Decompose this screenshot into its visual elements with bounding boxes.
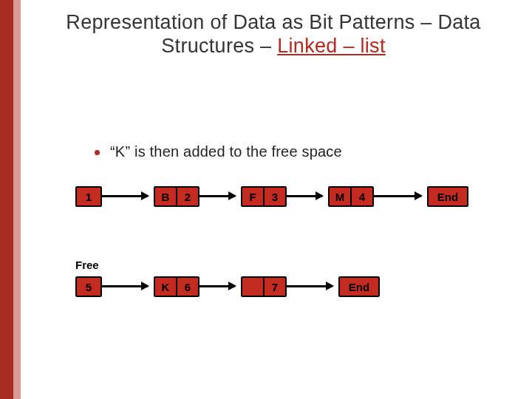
title-part1: Representation of Data as Bit Patterns	[66, 11, 415, 33]
node-data: M	[330, 188, 350, 205]
arrow-icon	[287, 285, 332, 287]
arrow-icon	[200, 285, 235, 287]
list-end-cell: End	[427, 186, 468, 207]
list-end-cell: End	[338, 276, 380, 297]
node-data: B	[155, 188, 176, 205]
slide-title: Representation of Data as Bit Patterns –…	[30, 10, 517, 58]
arrow-icon	[102, 195, 148, 197]
node-next: 6	[177, 278, 198, 296]
list-node: F 3	[241, 186, 287, 207]
bullet-item: “K” is then added to the free space	[95, 143, 342, 160]
list-head-value: 1	[77, 191, 100, 203]
list-head-cell: 1	[75, 186, 102, 207]
bullet-text: “K” is then added to the free space	[110, 143, 342, 160]
free-list-label: Free	[75, 259, 99, 271]
arrow-icon	[374, 195, 421, 197]
node-data: K	[155, 278, 176, 296]
node-data: F	[242, 188, 263, 205]
title-dash1: –	[415, 11, 438, 33]
node-next: 3	[265, 188, 285, 205]
slide-accent-bar	[0, 0, 25, 399]
list-node: K 6	[154, 276, 200, 297]
node-next: 2	[177, 188, 198, 205]
bullet-icon	[95, 150, 100, 155]
list-end-label: End	[340, 281, 378, 293]
list-node: 7	[241, 276, 287, 297]
node-next: 7	[265, 278, 285, 296]
node-next: 4	[352, 188, 372, 205]
arrow-icon	[200, 195, 235, 197]
title-dash2: –	[254, 35, 277, 57]
title-part3: Linked – list	[277, 35, 385, 57]
list-head-cell: 5	[75, 276, 102, 297]
arrow-icon	[102, 285, 148, 287]
list-node: M 4	[328, 186, 374, 207]
list-end-label: End	[429, 191, 467, 203]
list-head-value: 5	[77, 281, 100, 293]
node-data	[242, 278, 263, 296]
list-node: B 2	[154, 186, 200, 207]
arrow-icon	[287, 195, 322, 197]
